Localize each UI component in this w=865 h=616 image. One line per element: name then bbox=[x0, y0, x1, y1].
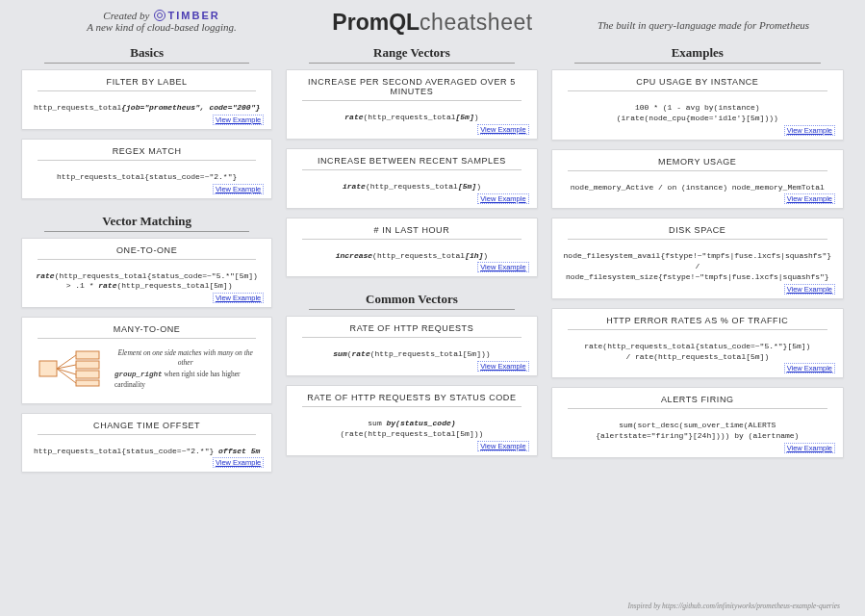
card-http-error-rates: HTTP ERROR RATES AS % OF TRAFFIC rate(ht… bbox=[551, 308, 844, 379]
section-common-vectors: Common Vectors bbox=[309, 290, 514, 310]
created-by-text: Created by bbox=[103, 10, 149, 21]
svg-line-7 bbox=[57, 369, 76, 374]
card-title: CHANGE TIME OFFSET bbox=[38, 421, 256, 435]
card-title: INCREASE BETWEEN RECENT SAMPLES bbox=[302, 156, 521, 170]
card-rate-by-code: RATE OF HTTP REQUESTS BY STATUS CODE sum… bbox=[286, 385, 537, 456]
card-regex-match: REGEX MATCH http_requests_total{status_c… bbox=[21, 139, 272, 199]
view-example-link[interactable]: View Example bbox=[477, 441, 528, 451]
card-title: INCREASE PER SECOND AVERAGED OVER 5 MINU… bbox=[302, 77, 521, 101]
view-example-link[interactable]: View Example bbox=[477, 124, 528, 135]
svg-rect-2 bbox=[76, 361, 99, 369]
svg-rect-4 bbox=[76, 380, 99, 386]
card-cpu-usage: CPU USAGE BY INSTANCE 100 * (1 - avg by(… bbox=[551, 69, 844, 141]
card-memory-usage: MEMORY USAGE node_memory_Active / on (in… bbox=[551, 149, 844, 210]
svg-rect-0 bbox=[39, 361, 57, 376]
footer-attribution: Inspired by https://github.com/infinityw… bbox=[0, 602, 865, 616]
view-example-link[interactable]: View Example bbox=[213, 184, 264, 194]
view-example-link[interactable]: View Example bbox=[477, 262, 528, 272]
timber-icon bbox=[154, 10, 165, 21]
card-title: REGEX MATCH bbox=[38, 146, 256, 161]
view-example-link[interactable]: View Example bbox=[784, 284, 835, 295]
tagline-left: A new kind of cloud-based logging. bbox=[87, 21, 237, 33]
view-example-link[interactable]: View Example bbox=[784, 193, 835, 204]
card-rate-http: RATE OF HTTP REQUESTS sum(rate(http_requ… bbox=[286, 316, 537, 376]
svg-rect-3 bbox=[76, 371, 99, 378]
view-example-link[interactable]: View Example bbox=[784, 363, 835, 373]
card-rate-5m: INCREASE PER SECOND AVERAGED OVER 5 MINU… bbox=[286, 69, 537, 140]
card-time-offset: CHANGE TIME OFFSET http_requests_total{s… bbox=[21, 413, 272, 474]
section-basics: Basics bbox=[44, 43, 249, 64]
header-credit: Created by TIMBER A new kind of cloud-ba… bbox=[27, 10, 296, 33]
column-right: Examples CPU USAGE BY INSTANCE 100 * (1 … bbox=[551, 39, 844, 600]
card-title: CPU USAGE BY INSTANCE bbox=[568, 77, 827, 91]
column-middle: Range Vectors INCREASE PER SECOND AVERAG… bbox=[286, 39, 537, 600]
timber-logo: TIMBER bbox=[154, 10, 220, 21]
card-title: MEMORY USAGE bbox=[568, 157, 827, 171]
card-title: RATE OF HTTP REQUESTS BY STATUS CODE bbox=[302, 393, 521, 407]
section-vector-matching: Vector Matching bbox=[44, 212, 249, 232]
view-example-link[interactable]: View Example bbox=[477, 193, 528, 204]
svg-line-8 bbox=[57, 369, 76, 383]
title-light: cheatsheet bbox=[420, 10, 533, 35]
card-disk-space: DISK SPACE node_filesystem_avail{fstype!… bbox=[551, 218, 844, 298]
card-increase-1h: # IN LAST HOUR increase(http_requests_to… bbox=[286, 218, 537, 278]
card-title: ONE-TO-ONE bbox=[38, 245, 256, 260]
tagline-right: The built in query-language made for Pro… bbox=[569, 10, 838, 31]
card-title: ALERTS FIRING bbox=[568, 395, 827, 409]
card-alerts-firing: ALERTS FIRING sum(sort_desc(sum_over_tim… bbox=[551, 387, 844, 458]
page-title: PromQLcheatsheet bbox=[332, 10, 532, 36]
section-examples: Examples bbox=[574, 43, 821, 64]
card-title: DISK SPACE bbox=[568, 225, 827, 240]
card-one-to-one: ONE-TO-ONE rate(http_requests_total{stat… bbox=[21, 238, 272, 309]
view-example-link[interactable]: View Example bbox=[213, 293, 264, 303]
card-irate: INCREASE BETWEEN RECENT SAMPLES irate(ht… bbox=[286, 148, 537, 209]
view-example-link[interactable]: View Example bbox=[213, 457, 264, 468]
card-title: # IN LAST HOUR bbox=[302, 225, 521, 240]
card-many-to-one: MANY-TO-ONE Element on one si bbox=[21, 317, 272, 404]
title-bold: PromQL bbox=[332, 10, 420, 35]
many-to-one-description: Element on one side matches with many on… bbox=[114, 348, 256, 390]
card-title: HTTP ERROR RATES AS % OF TRAFFIC bbox=[568, 316, 827, 330]
view-example-link[interactable]: View Example bbox=[477, 361, 528, 372]
timber-brand-text: TIMBER bbox=[168, 10, 220, 21]
view-example-link[interactable]: View Example bbox=[213, 115, 264, 125]
view-example-link[interactable]: View Example bbox=[784, 443, 835, 453]
section-range-vectors: Range Vectors bbox=[309, 43, 514, 64]
header: Created by TIMBER A new kind of cloud-ba… bbox=[0, 0, 865, 39]
svg-rect-1 bbox=[76, 351, 99, 359]
view-example-link[interactable]: View Example bbox=[784, 125, 835, 136]
column-left: Basics FILTER BY LABEL http_requests_tot… bbox=[21, 39, 272, 600]
card-title: MANY-TO-ONE bbox=[38, 324, 256, 339]
many-to-one-diagram-icon bbox=[38, 349, 105, 388]
card-filter-by-label: FILTER BY LABEL http_requests_total{job=… bbox=[21, 69, 272, 130]
card-title: FILTER BY LABEL bbox=[38, 77, 256, 91]
card-title: RATE OF HTTP REQUESTS bbox=[302, 323, 521, 338]
